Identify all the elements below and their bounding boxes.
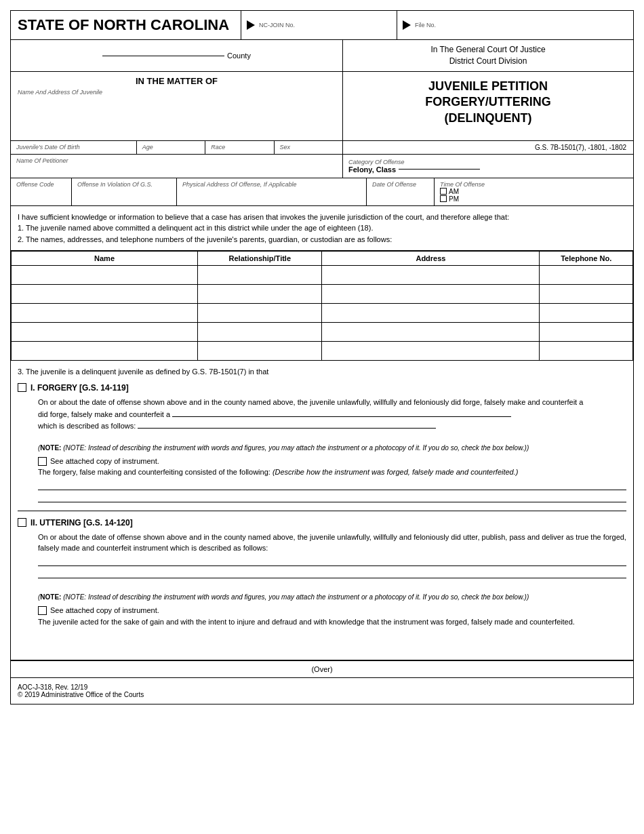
col-address: Address: [322, 252, 540, 266]
gs-reference: G.S. 7B-1501(7), -1801, -1802: [535, 144, 626, 151]
table-row: [12, 342, 633, 361]
name-cell[interactable]: [12, 304, 198, 323]
phone-cell[interactable]: [540, 342, 633, 361]
uttering-header: II. UTTERING [G.S. 14-120]: [18, 517, 626, 529]
col-name: Name: [12, 252, 198, 266]
forgery-consisted: The forgery, false making and counterfei…: [38, 466, 626, 478]
phone-cell[interactable]: [540, 285, 633, 304]
pm-label: PM: [449, 195, 459, 203]
uttering-header-text: II. UTTERING [G.S. 14-120]: [31, 517, 133, 529]
rel-cell[interactable]: [198, 304, 322, 323]
allegation-point2: 2. The names, addresses, and telephone n…: [18, 234, 626, 245]
footer: AOC-J-318, Rev. 12/19 © 2019 Administrat…: [11, 677, 633, 704]
petitioner-field[interactable]: [16, 164, 337, 175]
uttering-checkbox[interactable]: [18, 518, 26, 527]
parents-table: Name Relationship/Title Address Telephon…: [11, 251, 633, 361]
offense-address-cell: Physical Address Of Offense, If Applicab…: [177, 178, 367, 205]
allegation-intro: I have sufficient knowledge or informati…: [18, 212, 626, 223]
offense-code-cell: Offense Code: [11, 178, 72, 205]
name-cell[interactable]: [12, 323, 198, 342]
nc-join-label: NC-JOIN No.: [259, 22, 295, 28]
county-label: County: [227, 52, 251, 60]
see-attached-label: See attached copy of instrument.: [50, 456, 159, 467]
allegation-section: I have sufficient knowledge or informati…: [11, 206, 633, 252]
addr-cell[interactable]: [322, 304, 540, 323]
table-row: [12, 323, 633, 342]
phone-cell[interactable]: [540, 304, 633, 323]
addr-cell[interactable]: [322, 323, 540, 342]
addr-cell[interactable]: [322, 266, 540, 285]
over-label: (Over): [11, 660, 633, 677]
felony-label: Felony, Class: [348, 165, 396, 174]
document-page: STATE OF NORTH CAROLINA NC-JOIN No. File…: [10, 10, 634, 704]
petitioner-row: Name Of Petitioner Category Of Offense F…: [11, 155, 633, 178]
forgery-line2: [38, 493, 626, 502]
described-field[interactable]: [138, 428, 436, 429]
rel-cell[interactable]: [198, 285, 322, 304]
state-title: STATE OF NORTH CAROLINA: [18, 16, 229, 34]
forgery-header-text: I. FORGERY [G.S. 14-119]: [31, 382, 129, 394]
forgery-did-forge: did forge, falsely make and counterfeit …: [38, 409, 626, 420]
col-phone: Telephone No.: [540, 252, 633, 266]
arrow-icon-2: [403, 20, 411, 30]
race-cell: Race: [205, 141, 274, 154]
sex-label: Sex: [280, 144, 337, 151]
allegation-point1: 1. The juvenile named above committed a …: [18, 222, 626, 234]
offense-time-label: Time Of Offense: [440, 181, 628, 188]
arrow-icon: [247, 20, 255, 30]
sex-cell: Sex: [275, 141, 342, 154]
felony-line: Felony, Class: [348, 165, 480, 174]
addr-cell[interactable]: [322, 285, 540, 304]
name-cell[interactable]: [12, 285, 198, 304]
file-label: File No.: [415, 22, 436, 28]
pm-checkbox[interactable]: [440, 195, 447, 202]
petitioner-left: Name Of Petitioner: [11, 155, 343, 178]
county-input-line[interactable]: [102, 56, 224, 56]
see-attached-checkbox[interactable]: [38, 457, 47, 466]
table-row: [12, 304, 633, 323]
rel-cell[interactable]: [198, 323, 322, 342]
see-attached2-checkbox[interactable]: [38, 606, 47, 615]
am-checkbox[interactable]: [440, 188, 447, 195]
forgery-line1: [38, 481, 626, 490]
name-address-field[interactable]: [18, 96, 336, 136]
uttering-section: II. UTTERING [G.S. 14-120] On or about t…: [18, 511, 626, 655]
offense-date-label: Date Of Offense: [372, 181, 428, 188]
forgery-header: I. FORGERY [G.S. 14-119]: [18, 382, 626, 394]
describe-how: (Describe how the instrument was forged,…: [273, 468, 519, 476]
county-right: In The General Court Of Justice District…: [343, 40, 633, 71]
name-cell[interactable]: [12, 342, 198, 361]
addr-cell[interactable]: [322, 342, 540, 361]
county-row: County In The General Court Of Justice D…: [11, 40, 633, 72]
header: STATE OF NORTH CAROLINA NC-JOIN No. File…: [11, 11, 633, 40]
table-row: [12, 285, 633, 304]
phone-cell[interactable]: [540, 266, 633, 285]
race-label: Race: [211, 144, 268, 151]
see-attached-uttering: See attached copy of instrument.: [38, 605, 626, 616]
header-nc-join: NC-JOIN No.: [241, 11, 397, 39]
petitioner-label: Name Of Petitioner: [16, 157, 337, 164]
uttering-text: On or about the date of offense shown ab…: [38, 532, 626, 554]
county-left: County: [11, 40, 343, 71]
phone-cell[interactable]: [540, 323, 633, 342]
section3-intro: 3. The juvenile is a delinquent juvenile…: [18, 366, 626, 378]
uttering-space: [38, 627, 626, 654]
see-attached-forgery: See attached copy of instrument.: [38, 456, 626, 467]
rel-cell[interactable]: [198, 266, 322, 285]
forgery-body: On or about the date of offense shown ab…: [38, 397, 626, 502]
name-cell[interactable]: [12, 266, 198, 285]
matter-row: IN THE MATTER OF Name And Address Of Juv…: [11, 72, 633, 141]
felony-class-field[interactable]: [399, 169, 480, 170]
section3: 3. The juvenile is a delinquent juvenile…: [11, 361, 633, 660]
offense-gs-cell: Offense In Violation Of G.S.: [72, 178, 177, 205]
rel-cell[interactable]: [198, 342, 322, 361]
forgery-checkbox[interactable]: [18, 383, 26, 392]
offense-time-cell: Time Of Offense AM PM: [435, 178, 633, 205]
uttering-body: On or about the date of offense shown ab…: [38, 532, 626, 655]
am-pm-group: AM PM: [440, 188, 628, 203]
category-label: Category Of Offense: [348, 159, 480, 165]
petitioner-right: Category Of Offense Felony, Class: [343, 155, 633, 178]
petition-title: JUVENILE PETITION FORGERY/UTTERING (DELI…: [350, 79, 626, 126]
gs-ref: G.S. 7B-1501(7), -1801, -1802: [343, 141, 633, 154]
forge-field[interactable]: [172, 416, 511, 417]
